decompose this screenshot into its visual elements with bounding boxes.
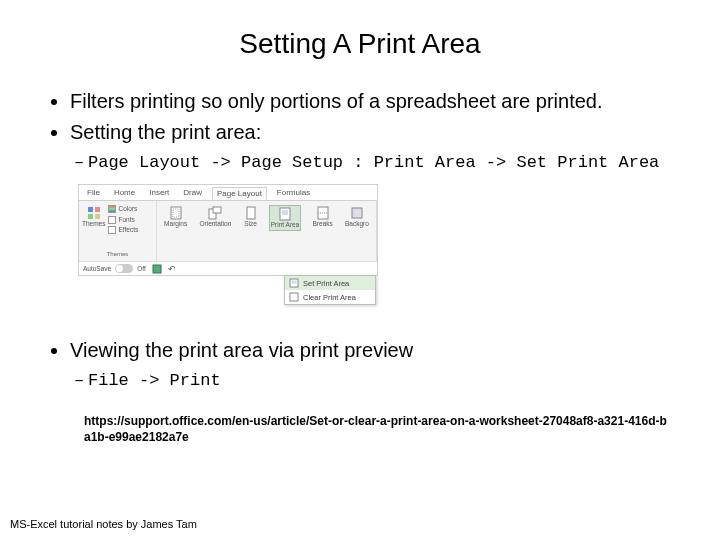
footer-note: MS-Excel tutorial notes by James Tam — [10, 518, 197, 530]
svg-rect-3 — [95, 214, 100, 219]
set-print-area-label: Set Print Area — [303, 279, 349, 288]
undo-icon[interactable]: ↶ — [168, 264, 176, 274]
breaks-icon — [316, 206, 330, 220]
reference-link: https://support.office.com/en-us/article… — [84, 414, 672, 445]
orientation-label: Orientation — [199, 221, 231, 228]
autosave-label: AutoSave — [83, 265, 111, 272]
tab-page-layout[interactable]: Page Layout — [212, 187, 267, 200]
breaks-label: Breaks — [313, 221, 333, 228]
set-print-area-item[interactable]: Set Print Area — [285, 276, 375, 290]
svg-rect-0 — [88, 207, 93, 212]
bullet-list: Filters printing so only portions of a s… — [48, 88, 672, 174]
autosave-state: Off — [137, 265, 146, 272]
bullet-3-text: Viewing the print area via print preview — [70, 339, 413, 361]
svg-rect-17 — [290, 293, 298, 301]
bullet-2-sub: Page Layout -> Page Setup : Print Area -… — [90, 152, 672, 174]
svg-rect-8 — [247, 207, 255, 219]
svg-rect-16 — [292, 281, 297, 284]
ribbon-tabs: File Home Insert Draw Page Layout Formul… — [79, 185, 377, 201]
svg-rect-10 — [282, 210, 288, 215]
size-button[interactable]: Size — [243, 205, 259, 229]
autosave-toggle[interactable] — [115, 264, 133, 273]
themes-button[interactable]: Themes — [81, 205, 106, 229]
orientation-icon — [208, 206, 222, 220]
tab-formulas[interactable]: Formulas — [273, 187, 314, 198]
print-area-dropdown: Set Print Area Clear Print Area — [284, 275, 376, 305]
bullet-3-sub: File -> Print — [90, 370, 672, 392]
quick-access-toolbar: AutoSave Off ↶ — [79, 261, 377, 275]
themes-icon — [87, 206, 101, 220]
tab-draw[interactable]: Draw — [179, 187, 206, 198]
bullet-3: Viewing the print area via print preview… — [70, 337, 672, 392]
background-button[interactable]: Backgro — [344, 205, 370, 229]
fonts-button[interactable]: Fonts — [108, 216, 138, 224]
colors-button[interactable]: Colors — [108, 205, 138, 213]
background-icon — [350, 206, 364, 220]
svg-rect-2 — [88, 214, 93, 219]
save-icon[interactable] — [150, 262, 164, 276]
page-title: Setting A Print Area — [48, 28, 672, 60]
svg-rect-1 — [95, 207, 100, 212]
themes-label: Themes — [82, 221, 105, 228]
effects-button[interactable]: Effects — [108, 226, 138, 234]
bullet-1: Filters printing so only portions of a s… — [70, 88, 672, 115]
breaks-button[interactable]: Breaks — [312, 205, 334, 229]
colors-label: Colors — [118, 205, 137, 213]
ribbon-screenshot: File Home Insert Draw Page Layout Formul… — [78, 184, 672, 305]
bullet-list-2: Viewing the print area via print preview… — [48, 337, 672, 392]
background-label: Backgro — [345, 221, 369, 228]
bullet-2: Setting the print area: Page Layout -> P… — [70, 119, 672, 174]
tab-insert[interactable]: Insert — [145, 187, 173, 198]
tab-file[interactable]: File — [83, 187, 104, 198]
margins-button[interactable]: Margins — [163, 205, 188, 229]
print-area-button[interactable]: Print Area — [269, 205, 302, 231]
margins-icon — [169, 206, 183, 220]
clear-print-area-icon — [289, 292, 299, 302]
themes-group-label: Themes — [81, 250, 154, 259]
margins-label: Margins — [164, 221, 187, 228]
orientation-button[interactable]: Orientation — [198, 205, 232, 229]
svg-rect-13 — [352, 208, 362, 218]
fonts-label: Fonts — [118, 216, 134, 224]
effects-label: Effects — [118, 226, 138, 234]
clear-print-area-label: Clear Print Area — [303, 293, 356, 302]
print-area-label: Print Area — [271, 222, 300, 229]
clear-print-area-item[interactable]: Clear Print Area — [285, 290, 375, 304]
size-label: Size — [244, 221, 257, 228]
size-icon — [244, 206, 258, 220]
bullet-2-text: Setting the print area: — [70, 121, 261, 143]
set-print-area-icon — [289, 278, 299, 288]
svg-rect-7 — [213, 207, 221, 213]
tab-home[interactable]: Home — [110, 187, 139, 198]
print-area-icon — [278, 207, 292, 221]
svg-rect-14 — [153, 265, 161, 273]
